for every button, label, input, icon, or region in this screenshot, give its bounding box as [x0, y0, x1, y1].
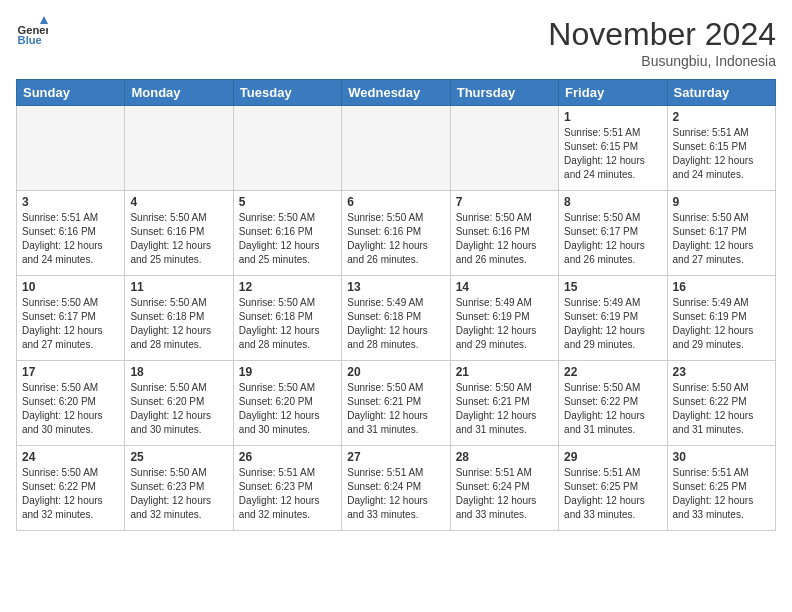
week-row-4: 17Sunrise: 5:50 AM Sunset: 6:20 PM Dayli…: [17, 361, 776, 446]
calendar-cell: 12Sunrise: 5:50 AM Sunset: 6:18 PM Dayli…: [233, 276, 341, 361]
calendar-cell: 30Sunrise: 5:51 AM Sunset: 6:25 PM Dayli…: [667, 446, 775, 531]
day-info: Sunrise: 5:50 AM Sunset: 6:18 PM Dayligh…: [130, 296, 227, 352]
day-number: 16: [673, 280, 770, 294]
svg-marker-2: [40, 16, 48, 24]
calendar-cell: 11Sunrise: 5:50 AM Sunset: 6:18 PM Dayli…: [125, 276, 233, 361]
day-number: 25: [130, 450, 227, 464]
day-info: Sunrise: 5:50 AM Sunset: 6:18 PM Dayligh…: [239, 296, 336, 352]
day-info: Sunrise: 5:51 AM Sunset: 6:16 PM Dayligh…: [22, 211, 119, 267]
day-info: Sunrise: 5:51 AM Sunset: 6:15 PM Dayligh…: [564, 126, 661, 182]
day-number: 30: [673, 450, 770, 464]
calendar-table: SundayMondayTuesdayWednesdayThursdayFrid…: [16, 79, 776, 531]
day-info: Sunrise: 5:50 AM Sunset: 6:20 PM Dayligh…: [22, 381, 119, 437]
calendar-cell: 28Sunrise: 5:51 AM Sunset: 6:24 PM Dayli…: [450, 446, 558, 531]
day-info: Sunrise: 5:50 AM Sunset: 6:17 PM Dayligh…: [564, 211, 661, 267]
day-number: 23: [673, 365, 770, 379]
day-number: 27: [347, 450, 444, 464]
calendar-cell: 29Sunrise: 5:51 AM Sunset: 6:25 PM Dayli…: [559, 446, 667, 531]
weekday-header-wednesday: Wednesday: [342, 80, 450, 106]
day-info: Sunrise: 5:49 AM Sunset: 6:18 PM Dayligh…: [347, 296, 444, 352]
weekday-header-tuesday: Tuesday: [233, 80, 341, 106]
calendar-cell: 15Sunrise: 5:49 AM Sunset: 6:19 PM Dayli…: [559, 276, 667, 361]
day-number: 18: [130, 365, 227, 379]
calendar-cell: 24Sunrise: 5:50 AM Sunset: 6:22 PM Dayli…: [17, 446, 125, 531]
day-info: Sunrise: 5:50 AM Sunset: 6:23 PM Dayligh…: [130, 466, 227, 522]
day-number: 19: [239, 365, 336, 379]
day-number: 13: [347, 280, 444, 294]
day-info: Sunrise: 5:50 AM Sunset: 6:22 PM Dayligh…: [673, 381, 770, 437]
calendar-cell: 16Sunrise: 5:49 AM Sunset: 6:19 PM Dayli…: [667, 276, 775, 361]
calendar-cell: 18Sunrise: 5:50 AM Sunset: 6:20 PM Dayli…: [125, 361, 233, 446]
weekday-header-sunday: Sunday: [17, 80, 125, 106]
svg-text:Blue: Blue: [18, 34, 42, 46]
month-title: November 2024: [548, 16, 776, 53]
week-row-5: 24Sunrise: 5:50 AM Sunset: 6:22 PM Dayli…: [17, 446, 776, 531]
day-number: 20: [347, 365, 444, 379]
day-number: 9: [673, 195, 770, 209]
title-section: November 2024 Busungbiu, Indonesia: [548, 16, 776, 69]
day-info: Sunrise: 5:50 AM Sunset: 6:22 PM Dayligh…: [564, 381, 661, 437]
day-info: Sunrise: 5:51 AM Sunset: 6:23 PM Dayligh…: [239, 466, 336, 522]
weekday-header-saturday: Saturday: [667, 80, 775, 106]
calendar-cell: 23Sunrise: 5:50 AM Sunset: 6:22 PM Dayli…: [667, 361, 775, 446]
day-info: Sunrise: 5:50 AM Sunset: 6:16 PM Dayligh…: [347, 211, 444, 267]
weekday-header-row: SundayMondayTuesdayWednesdayThursdayFrid…: [17, 80, 776, 106]
week-row-2: 3Sunrise: 5:51 AM Sunset: 6:16 PM Daylig…: [17, 191, 776, 276]
day-info: Sunrise: 5:50 AM Sunset: 6:20 PM Dayligh…: [239, 381, 336, 437]
day-number: 14: [456, 280, 553, 294]
day-number: 4: [130, 195, 227, 209]
weekday-header-monday: Monday: [125, 80, 233, 106]
calendar-cell: [17, 106, 125, 191]
day-info: Sunrise: 5:50 AM Sunset: 6:16 PM Dayligh…: [239, 211, 336, 267]
day-number: 12: [239, 280, 336, 294]
calendar-cell: [125, 106, 233, 191]
calendar-cell: 8Sunrise: 5:50 AM Sunset: 6:17 PM Daylig…: [559, 191, 667, 276]
day-info: Sunrise: 5:50 AM Sunset: 6:21 PM Dayligh…: [456, 381, 553, 437]
calendar-cell: 13Sunrise: 5:49 AM Sunset: 6:18 PM Dayli…: [342, 276, 450, 361]
day-info: Sunrise: 5:51 AM Sunset: 6:15 PM Dayligh…: [673, 126, 770, 182]
day-info: Sunrise: 5:50 AM Sunset: 6:17 PM Dayligh…: [22, 296, 119, 352]
calendar-cell: 9Sunrise: 5:50 AM Sunset: 6:17 PM Daylig…: [667, 191, 775, 276]
calendar-cell: 5Sunrise: 5:50 AM Sunset: 6:16 PM Daylig…: [233, 191, 341, 276]
page-header: General Blue November 2024 Busungbiu, In…: [16, 16, 776, 69]
calendar-cell: 25Sunrise: 5:50 AM Sunset: 6:23 PM Dayli…: [125, 446, 233, 531]
calendar-cell: 14Sunrise: 5:49 AM Sunset: 6:19 PM Dayli…: [450, 276, 558, 361]
calendar-cell: 6Sunrise: 5:50 AM Sunset: 6:16 PM Daylig…: [342, 191, 450, 276]
day-number: 22: [564, 365, 661, 379]
day-info: Sunrise: 5:50 AM Sunset: 6:22 PM Dayligh…: [22, 466, 119, 522]
calendar-cell: 1Sunrise: 5:51 AM Sunset: 6:15 PM Daylig…: [559, 106, 667, 191]
day-number: 1: [564, 110, 661, 124]
calendar-cell: 7Sunrise: 5:50 AM Sunset: 6:16 PM Daylig…: [450, 191, 558, 276]
day-info: Sunrise: 5:51 AM Sunset: 6:24 PM Dayligh…: [347, 466, 444, 522]
day-info: Sunrise: 5:49 AM Sunset: 6:19 PM Dayligh…: [564, 296, 661, 352]
day-info: Sunrise: 5:51 AM Sunset: 6:25 PM Dayligh…: [564, 466, 661, 522]
calendar-cell: 3Sunrise: 5:51 AM Sunset: 6:16 PM Daylig…: [17, 191, 125, 276]
weekday-header-friday: Friday: [559, 80, 667, 106]
calendar-cell: 10Sunrise: 5:50 AM Sunset: 6:17 PM Dayli…: [17, 276, 125, 361]
calendar-cell: 21Sunrise: 5:50 AM Sunset: 6:21 PM Dayli…: [450, 361, 558, 446]
day-info: Sunrise: 5:50 AM Sunset: 6:20 PM Dayligh…: [130, 381, 227, 437]
day-number: 5: [239, 195, 336, 209]
day-number: 17: [22, 365, 119, 379]
calendar-cell: 22Sunrise: 5:50 AM Sunset: 6:22 PM Dayli…: [559, 361, 667, 446]
day-number: 26: [239, 450, 336, 464]
day-number: 7: [456, 195, 553, 209]
calendar-cell: 19Sunrise: 5:50 AM Sunset: 6:20 PM Dayli…: [233, 361, 341, 446]
calendar-cell: 2Sunrise: 5:51 AM Sunset: 6:15 PM Daylig…: [667, 106, 775, 191]
day-info: Sunrise: 5:50 AM Sunset: 6:16 PM Dayligh…: [456, 211, 553, 267]
day-info: Sunrise: 5:51 AM Sunset: 6:24 PM Dayligh…: [456, 466, 553, 522]
location-subtitle: Busungbiu, Indonesia: [548, 53, 776, 69]
day-number: 29: [564, 450, 661, 464]
day-number: 2: [673, 110, 770, 124]
calendar-cell: [233, 106, 341, 191]
logo: General Blue: [16, 16, 48, 48]
day-number: 15: [564, 280, 661, 294]
day-info: Sunrise: 5:50 AM Sunset: 6:21 PM Dayligh…: [347, 381, 444, 437]
day-number: 3: [22, 195, 119, 209]
calendar-cell: 17Sunrise: 5:50 AM Sunset: 6:20 PM Dayli…: [17, 361, 125, 446]
calendar-cell: 27Sunrise: 5:51 AM Sunset: 6:24 PM Dayli…: [342, 446, 450, 531]
day-info: Sunrise: 5:51 AM Sunset: 6:25 PM Dayligh…: [673, 466, 770, 522]
day-number: 8: [564, 195, 661, 209]
day-info: Sunrise: 5:49 AM Sunset: 6:19 PM Dayligh…: [673, 296, 770, 352]
day-number: 28: [456, 450, 553, 464]
